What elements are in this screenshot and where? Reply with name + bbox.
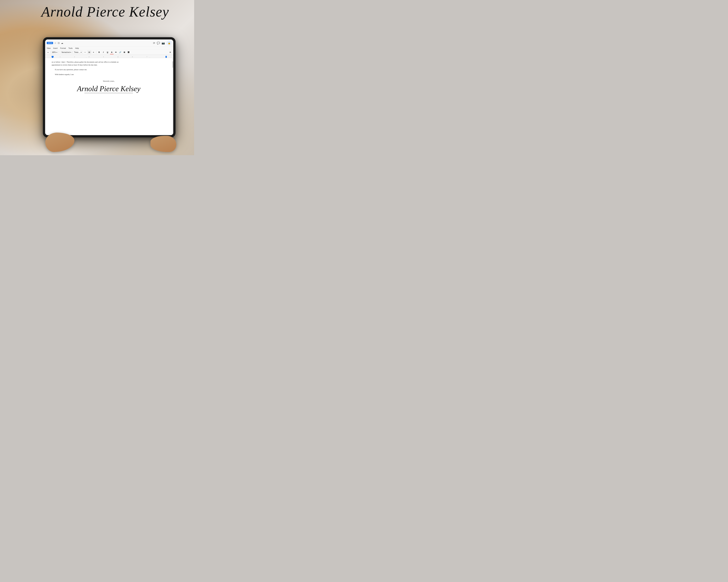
font-decrease-button[interactable]: −	[83, 51, 87, 54]
menu-format[interactable]: Format	[60, 47, 66, 49]
document-content[interactable]: on or before <date>. Therefore, please g…	[45, 58, 172, 135]
ruler: 1 2 3 4 5 6 7	[45, 55, 173, 58]
hand-left	[45, 133, 74, 152]
tablet-wrapper: .DOCX ☆ ⊡ ☁ ⟳ 💬 📷 🔒 View Insert	[32, 37, 186, 150]
highlight-button[interactable]: ✏	[114, 51, 118, 54]
scroll-thumb[interactable]	[172, 61, 173, 68]
doc-paragraph-1: on or before <date>. Therefore, please g…	[52, 61, 166, 66]
doc-line-1: on or before <date>. Therefore, please g…	[52, 61, 119, 63]
sincerely-section: Sincerely yours, Arnold Pierce Kelsey	[52, 80, 166, 93]
divider2	[96, 51, 97, 54]
indent-icon: ⇤	[48, 51, 49, 53]
bold-button[interactable]: B	[97, 51, 101, 54]
docx-badge: .DOCX	[47, 42, 53, 44]
font-size-display[interactable]: 12	[87, 51, 91, 54]
lock-button[interactable]: 🔒	[166, 40, 172, 46]
history-icon[interactable]: ⟳	[153, 41, 155, 45]
menu-bar: View Insert Format Tools Help	[45, 47, 173, 50]
camera-icon[interactable]: 📷	[162, 41, 165, 45]
menu-view[interactable]: View	[47, 47, 51, 49]
ruler-right-marker	[165, 56, 167, 58]
toolbar-top: .DOCX ☆ ⊡ ☁ ⟳ 💬 📷 🔒	[45, 39, 173, 47]
signature-in-document: Arnold Pierce Kelsey	[52, 84, 166, 93]
cloud-icon[interactable]: ☁	[61, 42, 63, 44]
style-chevron: ▾	[70, 51, 71, 53]
toolbar-right: ⟳ 💬 📷 🔒	[153, 40, 172, 46]
menu-help[interactable]: Help	[75, 47, 79, 49]
zoom-select[interactable]: 100% ▾	[51, 51, 58, 54]
style-value: Normal text	[62, 51, 70, 53]
ruler-marker	[52, 56, 54, 58]
font-select[interactable]: Times ... ▾	[73, 51, 83, 54]
closing-text: Sincerely yours,	[52, 80, 166, 83]
top-signature: Arnold Pierce Kelsey	[19, 3, 191, 20]
menu-insert[interactable]: Insert	[53, 47, 58, 49]
font-color-button[interactable]: A	[110, 51, 113, 54]
doc-regards-line: With kindest regards, I am	[55, 74, 74, 75]
tablet-device: .DOCX ☆ ⊡ ☁ ⟳ 💬 📷 🔒 View Insert	[43, 37, 176, 137]
style-select[interactable]: Normal text ▾	[60, 51, 72, 54]
star-icon[interactable]: ☆	[54, 42, 56, 44]
hand-right	[151, 136, 176, 152]
zoom-chevron: ▾	[56, 51, 57, 53]
tablet-screen: .DOCX ☆ ⊡ ☁ ⟳ 💬 📷 🔒 View Insert	[45, 39, 173, 135]
doc-line-2: appointment to review them at least 10 d…	[52, 64, 97, 66]
italic-button[interactable]: I	[102, 51, 105, 54]
document-area: on or before <date>. Therefore, please g…	[45, 58, 173, 135]
font-value: Times ...	[74, 51, 80, 53]
folder-icon[interactable]: ⊡	[58, 42, 60, 44]
font-increase-button[interactable]: +	[92, 51, 95, 54]
comment-icon[interactable]: 💬	[157, 41, 160, 45]
menu-expand-button[interactable]: ≡	[168, 51, 172, 54]
menu-tools[interactable]: Tools	[69, 47, 73, 49]
indent-button[interactable]: ⇤	[47, 51, 50, 54]
doc-paragraph-3: With kindest regards, I am	[55, 73, 166, 76]
ruler-marks: 1 2 3 4 5 6 7	[54, 55, 165, 58]
scrollbar[interactable]	[172, 58, 173, 135]
toolbar: .DOCX ☆ ⊡ ☁ ⟳ 💬 📷 🔒 View Insert	[45, 39, 173, 55]
insert-col-button[interactable]: ⊞	[123, 51, 126, 54]
doc-contact-line: If you have any questions, please contac…	[55, 68, 87, 71]
insert-image-button[interactable]: 🖼	[127, 51, 130, 54]
doc-paragraph-2: If you have any questions, please contac…	[55, 68, 166, 71]
formatting-bar: ⇤ 100% ▾ Normal text ▾ Times ... ▾	[45, 50, 173, 55]
link-button[interactable]: 🔗	[119, 51, 122, 54]
zoom-value: 100%	[52, 51, 56, 53]
underline-button[interactable]: U	[106, 51, 109, 54]
font-chevron: ▾	[81, 51, 81, 53]
